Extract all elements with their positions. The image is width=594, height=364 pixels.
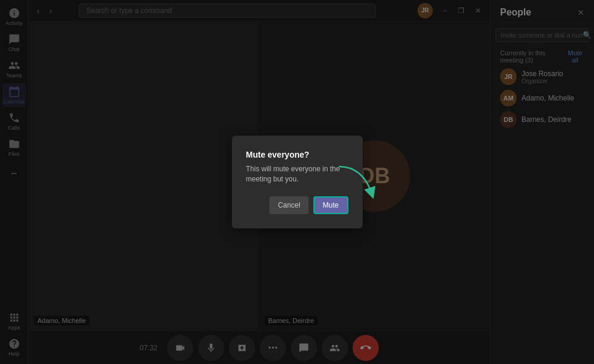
cancel-button[interactable]: Cancel xyxy=(269,196,308,214)
modal-overlay: Mute everyone? This will mute everyone i… xyxy=(0,0,594,364)
content-wrapper: ‹ › JR − ❐ ✕ Adamo, Michelle DB xyxy=(29,0,490,364)
modal-title: Mute everyone? xyxy=(246,150,348,159)
video-and-toolbar: Adamo, Michelle DB Barnes, Deirdre 07:32 xyxy=(29,21,490,364)
arrow-indicator xyxy=(333,161,381,202)
